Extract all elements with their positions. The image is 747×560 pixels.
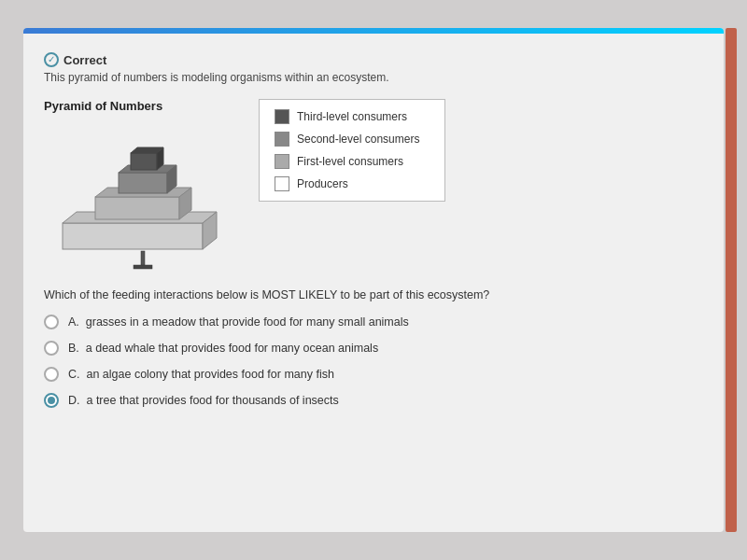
option-b-label: B. a dead whale that provides food for m… xyxy=(68,342,378,355)
svg-rect-0 xyxy=(63,223,203,249)
svg-rect-13 xyxy=(134,265,152,269)
pyramid-svg xyxy=(44,120,231,270)
pyramid-section: Pyramid of Numbers xyxy=(44,99,231,270)
legend-label-producers: Producers xyxy=(297,177,348,190)
option-a-label: A. grasses in a meadow that provide food… xyxy=(68,315,409,329)
option-c[interactable]: C. an algae colony that provides food fo… xyxy=(44,367,703,382)
svg-rect-12 xyxy=(141,251,145,266)
options-list: A. grasses in a meadow that provide food… xyxy=(44,315,703,408)
legend-box: Third-level consumers Second-level consu… xyxy=(259,99,445,202)
correct-header: Correct xyxy=(44,52,703,67)
radio-d-fill xyxy=(48,397,55,404)
question-text: Which of the feeding interactions below … xyxy=(44,288,623,301)
option-b[interactable]: B. a dead whale that provides food for m… xyxy=(44,341,703,356)
diagram-area: Pyramid of Numbers xyxy=(44,99,703,270)
svg-rect-3 xyxy=(95,197,179,219)
radio-c[interactable] xyxy=(44,367,59,382)
legend-label-first: First-level consumers xyxy=(297,155,403,168)
svg-rect-6 xyxy=(119,173,167,193)
option-d-label: D. a tree that provides food for thousan… xyxy=(68,394,339,407)
option-c-label: C. an algae colony that provides food fo… xyxy=(68,368,334,381)
legend-swatch-producers xyxy=(275,176,289,191)
radio-d[interactable] xyxy=(44,393,59,408)
subtitle: This pyramid of numbers is modeling orga… xyxy=(44,71,703,84)
legend-item-first: First-level consumers xyxy=(275,154,430,169)
correct-label: Correct xyxy=(63,53,106,67)
legend-item-second: Second-level consumers xyxy=(275,132,430,147)
top-bar xyxy=(23,28,724,34)
legend-swatch-first xyxy=(275,154,289,169)
right-bar xyxy=(726,28,737,532)
legend-item-producers: Producers xyxy=(275,176,430,191)
legend-swatch-second xyxy=(275,132,289,147)
option-d[interactable]: D. a tree that provides food for thousan… xyxy=(44,393,703,408)
radio-b[interactable] xyxy=(44,341,59,356)
correct-icon xyxy=(44,52,59,67)
legend-item-third: Third-level consumers xyxy=(275,109,430,124)
option-a[interactable]: A. grasses in a meadow that provide food… xyxy=(44,315,703,329)
main-screen: Correct This pyramid of numbers is model… xyxy=(23,28,724,532)
pyramid-title: Pyramid of Numbers xyxy=(44,99,162,113)
legend-label-third: Third-level consumers xyxy=(297,110,407,123)
content-area: Correct This pyramid of numbers is model… xyxy=(44,52,703,408)
legend-swatch-third xyxy=(275,109,289,124)
radio-a[interactable] xyxy=(44,315,59,329)
legend-label-second: Second-level consumers xyxy=(297,133,419,146)
svg-rect-9 xyxy=(131,153,157,170)
